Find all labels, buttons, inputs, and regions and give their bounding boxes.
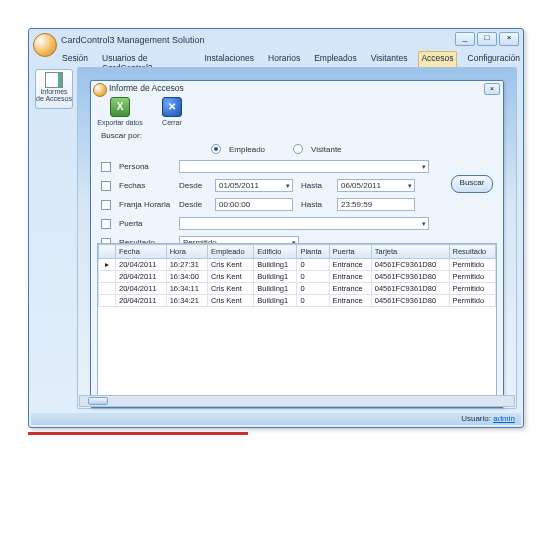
date-from-input[interactable]: 01/05/2011 (215, 179, 293, 192)
table-row[interactable]: 20/04/201116:34:11Cris KentBuilding10Ent… (99, 283, 496, 295)
radio-empleado-label: Empleado (229, 145, 265, 154)
time-from-input[interactable]: 00:00:00 (215, 198, 293, 211)
cell: Permitido (449, 259, 495, 271)
search-form: Buscar por: Empleado Visitante Persona F… (101, 131, 493, 255)
cell: Entrance (329, 271, 371, 283)
col-header[interactable]: Puerta (329, 245, 371, 259)
col-header[interactable]: Planta (297, 245, 329, 259)
col-header[interactable]: Empleado (207, 245, 253, 259)
cell: Cris Kent (207, 271, 253, 283)
cell: 04561FC9361D80 (371, 259, 449, 271)
table-row[interactable]: 20/04/201116:34:21Cris KentBuilding10Ent… (99, 295, 496, 307)
main-window: CardControl3 Management Solution _ □ × S… (28, 28, 524, 428)
inner-close-button[interactable]: × (484, 83, 500, 95)
cell: Permitido (449, 271, 495, 283)
cell: 04561FC9361D80 (371, 295, 449, 307)
date-to-input[interactable]: 06/05/2011 (337, 179, 415, 192)
hasta-label-1: Hasta (301, 181, 329, 190)
status-user-link[interactable]: admin (493, 414, 515, 423)
table-row[interactable]: ▸20/04/201116:27:31Cris KentBuilding10En… (99, 259, 496, 271)
maximize-button[interactable]: □ (477, 32, 497, 46)
radio-empleado[interactable] (211, 144, 221, 154)
cell: 0 (297, 283, 329, 295)
cell: ▸ (99, 259, 116, 271)
inner-orb-icon (93, 83, 107, 97)
cell: Entrance (329, 259, 371, 271)
cell: 20/04/2011 (116, 259, 167, 271)
results-grid[interactable]: FechaHoraEmpleadoEdificioPlantaPuertaTar… (97, 243, 497, 397)
cell: Entrance (329, 295, 371, 307)
brand-underline (28, 432, 248, 435)
chk-puerta[interactable] (101, 219, 111, 229)
col-header[interactable]: Hora (166, 245, 207, 259)
toolbar-close-button[interactable]: Cerrar (149, 97, 195, 126)
col-header[interactable] (99, 245, 116, 259)
desde-label-1: Desde (179, 181, 207, 190)
cell: 16:34:11 (166, 283, 207, 295)
export-button[interactable]: Exportar datos (97, 97, 143, 126)
chk-fechas-label: Fechas (119, 181, 171, 190)
desde-label-2: Desde (179, 200, 207, 209)
horizontal-scrollbar[interactable] (79, 395, 515, 407)
chk-fechas[interactable] (101, 181, 111, 191)
excel-icon (110, 97, 130, 117)
inner-title: Informe de Accesos (109, 83, 184, 93)
radio-visitante[interactable] (293, 144, 303, 154)
cell: 0 (297, 259, 329, 271)
search-button[interactable]: Buscar (451, 175, 493, 193)
radio-visitante-label: Visitante (311, 145, 342, 154)
cell: Permitido (449, 283, 495, 295)
cell: 20/04/2011 (116, 271, 167, 283)
cell: Cris Kent (207, 295, 253, 307)
toolbar-close-label: Cerrar (149, 119, 195, 126)
cell: 16:34:21 (166, 295, 207, 307)
col-header[interactable]: Fecha (116, 245, 167, 259)
report-window: Informe de Accesos × Exportar datos Cerr… (90, 80, 504, 408)
status-user-label: Usuario: (461, 414, 491, 423)
cell: 0 (297, 295, 329, 307)
body-area: Informe de Accesos × Exportar datos Cerr… (77, 67, 517, 409)
cell: Building1 (254, 283, 297, 295)
cell (99, 271, 116, 283)
app-orb-icon[interactable] (33, 33, 57, 57)
window-title: CardControl3 Management Solution (61, 35, 205, 45)
cell: 20/04/2011 (116, 283, 167, 295)
cell: 0 (297, 271, 329, 283)
cell: Entrance (329, 283, 371, 295)
sidebar-reports-button[interactable]: Informes de Accesos (35, 69, 73, 109)
cell: Building1 (254, 259, 297, 271)
toolbar: Exportar datos Cerrar (97, 97, 195, 126)
cell: Permitido (449, 295, 495, 307)
search-by-label: Buscar por: (101, 131, 493, 140)
chk-puerta-label: Puerta (119, 219, 171, 228)
chk-franja[interactable] (101, 200, 111, 210)
scrollbar-thumb[interactable] (88, 397, 108, 405)
cell (99, 283, 116, 295)
cell: 04561FC9361D80 (371, 271, 449, 283)
persona-select[interactable] (179, 160, 429, 173)
export-label: Exportar datos (97, 119, 143, 126)
cell: Cris Kent (207, 259, 253, 271)
chk-franja-label: Franja Horaria (119, 200, 171, 209)
cell: Cris Kent (207, 283, 253, 295)
time-to-input[interactable]: 23:59:59 (337, 198, 415, 211)
status-bar: Usuario: admin (31, 413, 521, 425)
hasta-label-2: Hasta (301, 200, 329, 209)
close-icon (162, 97, 182, 117)
report-icon (45, 72, 63, 88)
cell: Building1 (254, 271, 297, 283)
cell: 16:34:00 (166, 271, 207, 283)
col-header[interactable]: Edificio (254, 245, 297, 259)
chk-persona-label: Persona (119, 162, 171, 171)
cell: 16:27:31 (166, 259, 207, 271)
puerta-select[interactable] (179, 217, 429, 230)
table-row[interactable]: 20/04/201116:34:00Cris KentBuilding10Ent… (99, 271, 496, 283)
cell: Building1 (254, 295, 297, 307)
col-header[interactable]: Tarjeta (371, 245, 449, 259)
minimize-button[interactable]: _ (455, 32, 475, 46)
close-button[interactable]: × (499, 32, 519, 46)
chk-persona[interactable] (101, 162, 111, 172)
cell: 20/04/2011 (116, 295, 167, 307)
col-header[interactable]: Resultado (449, 245, 495, 259)
cell: 04561FC9361D80 (371, 283, 449, 295)
